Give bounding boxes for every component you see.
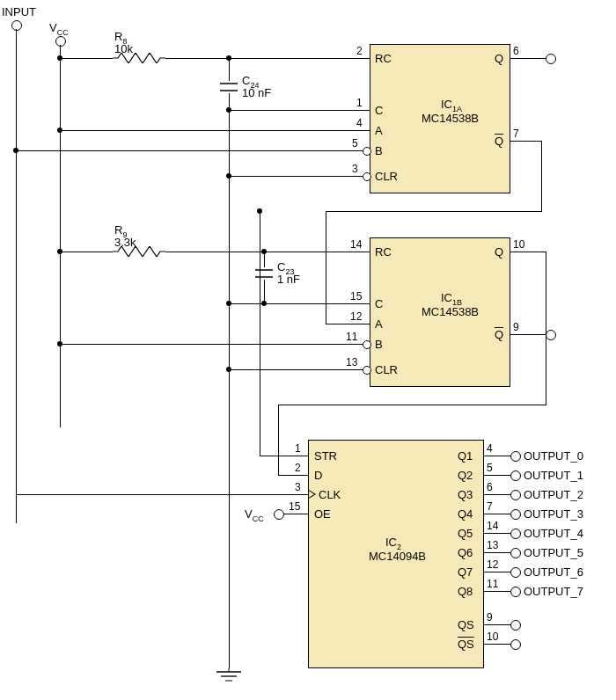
- ic2-pinname-q6-5: Q6: [458, 546, 473, 559]
- terminal-ic2-9: [510, 639, 521, 650]
- ic2-pinnum-12: 12: [487, 558, 498, 571]
- ic2-pinname-q1-0: Q1: [458, 449, 473, 463]
- ic2-pinnum-13: 13: [487, 539, 498, 551]
- ic2-pinnum-10: 10: [487, 631, 498, 643]
- label-input: INPUT: [2, 5, 36, 18]
- label-output_1: OUTPUT_1: [524, 469, 583, 482]
- ic2-pinnum-5: 5: [487, 462, 493, 474]
- label-output_5: OUTPUT_5: [524, 546, 583, 559]
- label-output_4: OUTPUT_4: [524, 527, 583, 540]
- ground-symbol: [215, 668, 243, 689]
- terminal-input: [11, 20, 22, 31]
- ic2-pinnum-14: 14: [487, 520, 498, 532]
- terminal-vcc-top: [55, 36, 66, 47]
- terminal-ic2-5: [510, 548, 521, 558]
- ic2-pinname-q7-6: Q7: [458, 565, 473, 579]
- terminal-ic2-7: [510, 587, 521, 597]
- terminal-ic2-2: [510, 490, 521, 500]
- terminal-ic2-3: [510, 509, 521, 520]
- label-output_3: OUTPUT_3: [524, 507, 583, 521]
- label-c24-value: 10 nF: [242, 86, 271, 99]
- ic2-pinnum-6: 6: [487, 481, 493, 493]
- ic2-pinnum-9: 9: [487, 611, 493, 623]
- ic2-pinnum-11: 11: [487, 578, 498, 590]
- ic2-pinname-qs-bar-9: QS: [458, 638, 474, 651]
- ic2-pinname-qs-8: QS: [458, 618, 474, 631]
- terminal-ic2-8: [510, 620, 521, 631]
- label-vcc-top: VCC: [49, 21, 69, 37]
- terminal-ic2-1: [510, 470, 521, 481]
- ic2-pinname-q5-4: Q5: [458, 527, 473, 540]
- label-output_2: OUTPUT_2: [524, 488, 583, 501]
- ic2-pinnum-4: 4: [487, 442, 493, 455]
- terminal-ic2-4: [510, 529, 521, 539]
- schematic-canvas: INPUT VCC R8 10k C24 10 nF IC1A MC14538B…: [0, 0, 616, 700]
- ic2-pinname-q2-1: Q2: [458, 469, 473, 482]
- terminal-ic2-0: [510, 451, 521, 462]
- ic2-pinname-q8-7: Q8: [458, 585, 473, 598]
- ic2-pinname-q4-3: Q4: [458, 507, 473, 521]
- ic2-pinname-q3-2: Q3: [458, 488, 473, 501]
- label-c23-value: 1 nF: [277, 273, 300, 286]
- ic2-pinnum-7: 7: [487, 500, 493, 513]
- label-output_0: OUTPUT_0: [524, 449, 583, 463]
- label-output_6: OUTPUT_6: [524, 565, 583, 579]
- label-r8-value: 10k: [114, 42, 133, 55]
- label-r9-value: 3.3k: [114, 236, 136, 249]
- label-output_7: OUTPUT_7: [524, 585, 583, 598]
- terminal-ic2-6: [510, 567, 521, 578]
